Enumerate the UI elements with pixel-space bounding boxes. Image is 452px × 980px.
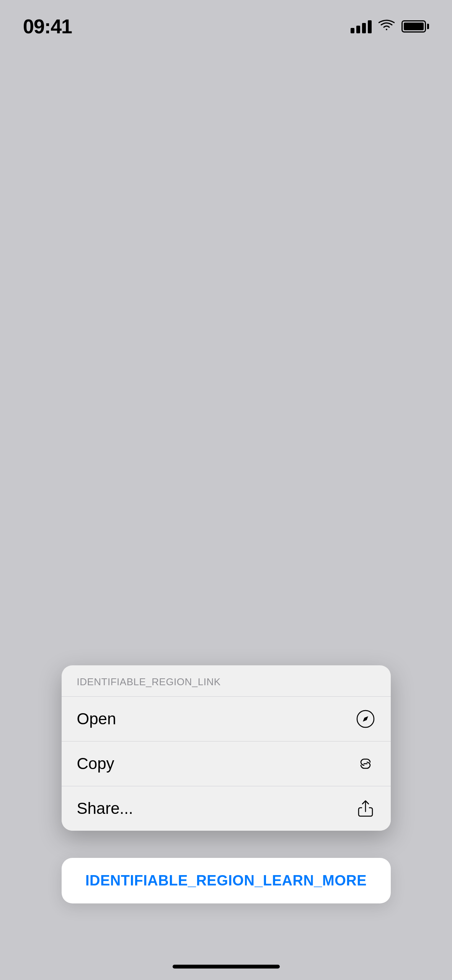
share-icon <box>356 799 375 818</box>
context-menu-open[interactable]: Open <box>62 697 391 742</box>
signal-bar-3 <box>362 23 366 33</box>
battery-tip <box>427 24 429 29</box>
context-menu-share[interactable]: Share... <box>62 786 391 831</box>
home-indicator <box>173 965 280 969</box>
context-menu: IDENTIFIABLE_REGION_LINK Open Copy Share… <box>62 665 391 831</box>
context-menu-url: IDENTIFIABLE_REGION_LINK <box>77 676 221 688</box>
status-time: 09:41 <box>23 15 72 38</box>
signal-bars-icon <box>351 20 372 33</box>
learn-more-text: IDENTIFIABLE_REGION_LEARN_MORE <box>85 872 367 889</box>
link-icon <box>356 754 375 774</box>
battery-fill <box>404 23 424 30</box>
wifi-icon <box>379 20 395 33</box>
signal-bar-4 <box>368 20 372 33</box>
learn-more-button[interactable]: IDENTIFIABLE_REGION_LEARN_MORE <box>62 858 391 903</box>
signal-bar-2 <box>356 26 360 33</box>
context-menu-copy[interactable]: Copy <box>62 742 391 786</box>
signal-bar-1 <box>351 28 354 33</box>
open-label: Open <box>77 710 116 728</box>
copy-label: Copy <box>77 755 114 773</box>
status-bar: 09:41 <box>0 0 452 42</box>
battery-body <box>401 20 426 33</box>
battery-icon <box>401 20 429 33</box>
context-menu-header: IDENTIFIABLE_REGION_LINK <box>62 665 391 697</box>
compass-icon <box>356 709 375 729</box>
share-label: Share... <box>77 799 133 818</box>
status-icons <box>351 20 429 33</box>
